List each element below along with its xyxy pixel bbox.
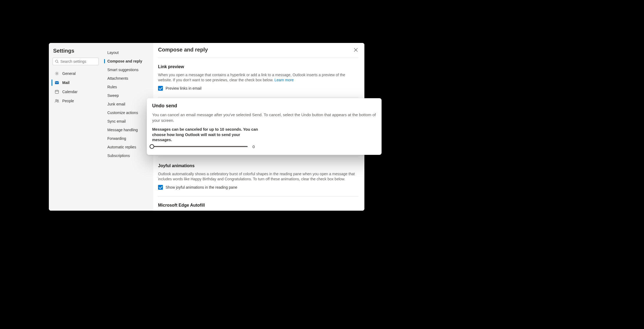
undo-send-title: Undo send xyxy=(152,103,376,109)
link-preview-title: Link preview xyxy=(158,64,358,69)
subnav-message-handling[interactable]: Message handling xyxy=(101,126,153,134)
link-preview-desc: When you open a message that contains a … xyxy=(158,72,358,83)
svg-point-0 xyxy=(56,60,58,63)
main-header: Compose and reply xyxy=(158,47,358,58)
svg-rect-3 xyxy=(55,81,59,84)
link-preview-learn-more[interactable]: Learn more xyxy=(275,78,294,82)
joyful-desc: Outlook automatically shows a celebrator… xyxy=(158,171,358,182)
gear-icon xyxy=(54,71,59,76)
undo-send-instruction: Messages can be canceled for up to 10 se… xyxy=(152,127,259,143)
nav-mail[interactable]: Mail xyxy=(53,78,99,87)
subnav-rules[interactable]: Rules xyxy=(101,83,153,91)
sidebar-mid: Layout Compose and reply Smart suggestio… xyxy=(101,43,153,211)
subnav-sweep[interactable]: Sweep xyxy=(101,91,153,100)
people-icon xyxy=(54,98,59,103)
nav-label: Calendar xyxy=(62,90,78,94)
subnav-sync-email[interactable]: Sync email xyxy=(101,117,153,126)
section-joyful-animations: Joyful animations Outlook automatically … xyxy=(158,163,358,196)
nav-label: People xyxy=(62,99,74,103)
subnav-automatic-replies[interactable]: Automatic replies xyxy=(101,143,153,151)
search-input[interactable] xyxy=(60,59,107,64)
svg-point-8 xyxy=(56,100,57,101)
mail-icon xyxy=(54,80,59,85)
svg-rect-4 xyxy=(55,90,59,94)
settings-nav: General Mail Calendar People xyxy=(53,69,99,105)
joyful-checkbox[interactable] xyxy=(158,185,163,190)
mail-subnav: Layout Compose and reply Smart suggestio… xyxy=(101,48,153,160)
search-icon xyxy=(55,60,59,63)
link-preview-checkbox-label: Preview links in email xyxy=(166,86,202,90)
sidebar-left: Settings General Mail Calendar People xyxy=(49,43,101,211)
nav-people[interactable]: People xyxy=(53,96,99,105)
undo-send-slider-row: 0 xyxy=(152,144,376,149)
slider-thumb[interactable] xyxy=(150,144,154,149)
svg-point-2 xyxy=(56,73,57,74)
nav-label: Mail xyxy=(62,81,69,85)
undo-send-popout: Undo send You can cancel an email messag… xyxy=(147,98,382,155)
undo-send-slider[interactable] xyxy=(152,146,248,147)
svg-point-9 xyxy=(57,100,58,101)
joyful-checkbox-label: Show joyful animations in the reading pa… xyxy=(166,185,237,189)
undo-send-slider-value: 0 xyxy=(253,144,255,149)
nav-calendar[interactable]: Calendar xyxy=(53,87,99,96)
main-title: Compose and reply xyxy=(158,47,208,53)
subnav-compose-reply[interactable]: Compose and reply xyxy=(101,57,153,65)
close-icon[interactable] xyxy=(353,47,358,53)
subnav-subscriptions[interactable]: Subscriptions xyxy=(101,151,153,160)
svg-line-1 xyxy=(58,62,58,63)
section-edge-autofill: Microsoft Edge Autofill Outlook can make… xyxy=(158,203,358,211)
section-link-preview: Link preview When you open a message tha… xyxy=(158,64,358,97)
subnav-attachments[interactable]: Attachments xyxy=(101,74,153,83)
calendar-icon xyxy=(54,89,59,94)
subnav-smart-suggestions[interactable]: Smart suggestions xyxy=(101,65,153,74)
edge-title: Microsoft Edge Autofill xyxy=(158,203,358,208)
settings-title: Settings xyxy=(53,48,99,54)
undo-send-desc: You can cancel an email message after yo… xyxy=(152,112,376,123)
subnav-customize-actions[interactable]: Customize actions xyxy=(101,108,153,117)
joyful-title: Joyful animations xyxy=(158,163,358,168)
link-preview-checkbox[interactable] xyxy=(158,86,163,91)
nav-label: General xyxy=(62,71,76,76)
nav-general[interactable]: General xyxy=(53,69,99,78)
subnav-forwarding[interactable]: Forwarding xyxy=(101,134,153,143)
subnav-junk-email[interactable]: Junk email xyxy=(101,100,153,108)
subnav-layout[interactable]: Layout xyxy=(101,48,153,57)
search-box[interactable] xyxy=(53,58,99,65)
